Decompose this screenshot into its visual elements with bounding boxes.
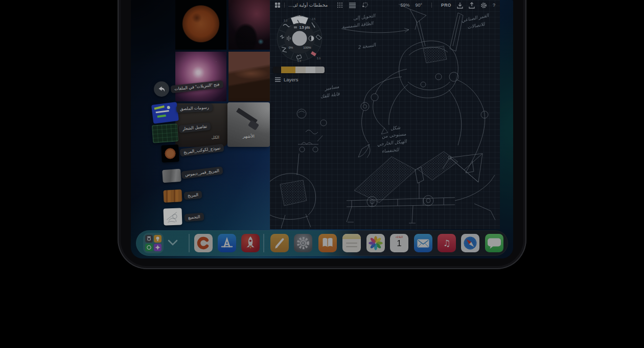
swatch-black[interactable] bbox=[273, 67, 281, 73]
layers-label: Layers bbox=[284, 77, 298, 82]
dock-divider bbox=[263, 234, 264, 252]
page-background: التحويل إلى الطاقة الشمسية النسخة 2 القم… bbox=[0, 0, 644, 348]
annotation-beetle-line4: للخنفساء bbox=[381, 147, 400, 154]
dock-app-photos[interactable] bbox=[366, 234, 385, 252]
dock-app-books[interactable] bbox=[318, 234, 337, 252]
annotation-satellite-line1: القمر الصناعي bbox=[461, 13, 490, 24]
swatch-gold[interactable] bbox=[281, 67, 295, 73]
dock-divider bbox=[189, 234, 190, 252]
layers-list-icon bbox=[275, 77, 281, 82]
opacity-max-label: 100% bbox=[303, 46, 311, 49]
reply-arrow-icon bbox=[157, 85, 166, 93]
dock-app-calendar[interactable]: الثلاثاء 1 bbox=[390, 234, 408, 252]
dock-app-appstore[interactable] bbox=[218, 234, 236, 252]
dock: الثلاثاء 1 ♫ bbox=[136, 230, 508, 256]
photo-mars-surface[interactable] bbox=[228, 52, 270, 101]
dock-recent-apps-folder[interactable] bbox=[143, 233, 164, 253]
line-guides-icon[interactable] bbox=[349, 2, 356, 8]
share-export-icon[interactable] bbox=[469, 2, 475, 9]
tool-size-fill: 6.8 bbox=[297, 59, 301, 62]
drag-thumb-assembly-sketch[interactable] bbox=[163, 208, 182, 225]
mini-app-icon-3 bbox=[145, 244, 153, 251]
ipad-device-frame: التحويل إلى الطاقة الشمسية النسخة 2 القم… bbox=[118, 0, 526, 269]
photo-mars-planet[interactable] bbox=[175, 0, 226, 50]
photos-months-card[interactable]: الأشهر bbox=[227, 102, 270, 147]
settings-gear-icon[interactable] bbox=[480, 2, 487, 9]
dock-app-notes[interactable] bbox=[342, 234, 361, 252]
dock-app-music[interactable]: ♫ bbox=[438, 234, 456, 252]
ipad-screen: التحويل إلى الطاقة الشمسية النسخة 2 القم… bbox=[131, 0, 513, 258]
drag-thumb-deimos[interactable] bbox=[162, 169, 181, 183]
toolbar-divider bbox=[431, 3, 432, 8]
dots-grid-icon[interactable] bbox=[337, 2, 343, 8]
photos-all-label: الكل bbox=[212, 135, 219, 140]
dock-app-linea-sketch[interactable] bbox=[270, 234, 289, 252]
dock-app-mail[interactable] bbox=[414, 234, 432, 252]
dock-app-messages[interactable] bbox=[485, 234, 503, 252]
opacity-min-label: 0% bbox=[289, 46, 293, 49]
dock-app-rocket[interactable] bbox=[241, 234, 260, 252]
dock-app-settings[interactable] bbox=[294, 234, 312, 252]
drag-thumb-mars-model[interactable] bbox=[161, 144, 179, 163]
transform-lasso-icon[interactable] bbox=[362, 2, 369, 9]
wheel-center-knob[interactable] bbox=[292, 31, 307, 46]
dock-app-paint-c[interactable] bbox=[194, 234, 213, 252]
annotation-beetle-line3: الهيكل الخارجي bbox=[377, 139, 407, 147]
pro-badge[interactable]: PRO bbox=[441, 3, 451, 8]
annotation-screws-line1: مسامير bbox=[324, 84, 340, 92]
import-download-icon[interactable] bbox=[457, 2, 463, 9]
tool-size-eraser: 5.9 bbox=[317, 57, 320, 60]
dock-chevron-down-icon[interactable] bbox=[168, 239, 178, 248]
mini-app-icon-4 bbox=[154, 244, 162, 251]
annotation-beetle-line1: شكل bbox=[390, 125, 401, 131]
calendar-day: 1 bbox=[390, 239, 408, 249]
color-swatch-bar[interactable] bbox=[273, 67, 325, 73]
photo-horsehead-nebula[interactable] bbox=[228, 0, 270, 50]
annotation-version: النسخة 2 bbox=[357, 42, 377, 50]
mini-app-icon-2 bbox=[154, 235, 162, 243]
drag-thumb-mars-texture[interactable] bbox=[163, 189, 182, 203]
satellite-body-graphic bbox=[248, 120, 259, 130]
photo-orion-nebula[interactable] bbox=[175, 52, 226, 101]
annotation-solar-line1: التحويل إلى bbox=[353, 13, 377, 21]
help-button[interactable]: ? bbox=[493, 3, 495, 8]
dock-app-safari[interactable] bbox=[461, 234, 479, 252]
document-title[interactable]: مخططات أولية لل… bbox=[288, 3, 328, 8]
gallery-grid-icon[interactable] bbox=[274, 2, 281, 8]
drag-label-assembly: التجميع bbox=[185, 213, 204, 222]
tool-size-pen: 3.5 bbox=[312, 17, 315, 20]
toolbar-divider bbox=[284, 3, 285, 8]
rotation-value[interactable]: 90° bbox=[415, 3, 422, 8]
sketch-app-window: التحويل إلى الطاقة الشمسية النسخة 2 القم… bbox=[270, 0, 500, 229]
swatch-beige-selected[interactable] bbox=[295, 67, 306, 73]
sketch-toolbar: مخططات أولية لل… 59% 90° PRO bbox=[270, 0, 500, 10]
swatch-gray[interactable] bbox=[315, 67, 325, 73]
annotation-solar-line2: الطاقة الشمسية bbox=[342, 20, 375, 30]
mini-app-icon-1 bbox=[145, 235, 153, 243]
brush-size-readout: 1.5 pts bbox=[300, 26, 310, 30]
back-button[interactable] bbox=[154, 81, 169, 97]
photos-months-label: الأشهر bbox=[227, 134, 270, 139]
tool-wheel[interactable]: 1.5 bbox=[275, 12, 324, 62]
layers-button[interactable]: Layers bbox=[275, 77, 298, 82]
swatch-light-gray[interactable] bbox=[306, 67, 315, 73]
annotation-satellite-line2: للاتصالات bbox=[467, 21, 486, 30]
drag-thumb-logo-board[interactable] bbox=[152, 123, 178, 143]
tool-size-wave: 3.3 bbox=[284, 19, 287, 22]
drag-label-mars: المريخ bbox=[183, 190, 202, 200]
selected-swatch-dot bbox=[295, 3, 297, 5]
annotation-beetle-line2: مستوحى من bbox=[381, 132, 406, 140]
annotation-screws-line2: قابلة للفك bbox=[320, 91, 340, 99]
zoom-level[interactable]: 59% bbox=[400, 3, 409, 8]
drag-thumb-sticker-sheet[interactable] bbox=[151, 102, 179, 124]
